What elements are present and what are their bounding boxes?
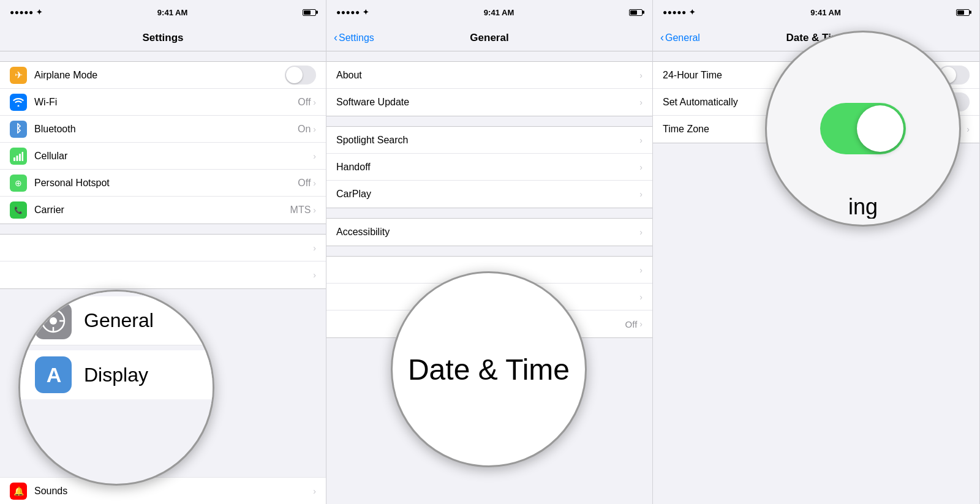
chevron-g4-2: ›	[639, 292, 643, 302]
accessibility-label: Accessibility	[336, 227, 639, 238]
chevron-p1: ›	[313, 243, 316, 253]
airplane-icon: ✈	[10, 67, 27, 84]
row-bluetooth[interactable]: ᛒ Bluetooth On ›	[0, 116, 326, 143]
wifi-icon	[10, 94, 27, 111]
battery-tip-2	[643, 11, 644, 14]
bluetooth-icon: ᛒ	[10, 121, 27, 138]
sep-g2	[326, 116, 652, 121]
svg-rect-0	[13, 157, 15, 161]
bottom-area: 🔔 Sounds ›	[0, 477, 326, 504]
row-cellular[interactable]: Cellular ›	[0, 143, 326, 170]
display-big-label: Display	[84, 364, 148, 386]
time-1: 9:41 AM	[157, 8, 187, 17]
sep-g4	[326, 246, 652, 251]
cellular-chevron: ›	[313, 151, 316, 161]
carrier-value: MTS	[290, 205, 311, 216]
sounds-icon: 🔔	[10, 483, 27, 500]
about-chevron: ›	[639, 70, 643, 80]
zoom-text-partial: ing	[767, 194, 959, 219]
row-carplay[interactable]: CarPlay ›	[326, 181, 652, 208]
display-big-icon: A	[35, 356, 72, 393]
battery-fill-3	[957, 10, 964, 15]
row-airplane-mode[interactable]: ✈ Airplane Mode	[0, 62, 326, 89]
zoom-circle-2: Date & Time	[391, 271, 587, 467]
accessibility-chevron: ›	[639, 227, 643, 237]
zoom-date-time-label: Date & Time	[408, 353, 570, 386]
signal-left-2: ●●●●● ✦	[336, 8, 369, 17]
status-bar-1: ●●●●● ✦ 9:41 AM	[0, 0, 326, 24]
status-bar-2: ●●●●● ✦ 9:41 AM	[326, 0, 652, 24]
cellular-icon	[10, 148, 27, 165]
svg-point-5	[50, 317, 57, 325]
back-label-3: General	[665, 32, 700, 43]
signal-left-3: ●●●●● ✦	[663, 8, 695, 17]
sep-g3	[326, 208, 652, 213]
zoom-circle-1: General A Display	[18, 290, 214, 486]
row-placeholder2[interactable]: ›	[0, 261, 326, 288]
back-label-2: Settings	[339, 32, 374, 43]
spotlight-label: Spotlight Search	[336, 135, 639, 146]
toggle-knob-airplane	[286, 67, 303, 83]
battery-area-2	[629, 9, 643, 16]
zoom-general-row[interactable]: General	[20, 296, 213, 345]
about-label: About	[336, 70, 639, 81]
bluetooth-label: Bluetooth	[34, 124, 298, 135]
panel-settings: ●●●●● ✦ 9:41 AM Settings ✈ Airplane Mode	[0, 0, 326, 504]
hotspot-label: Personal Hotspot	[34, 178, 298, 189]
battery-icon-2	[629, 9, 643, 16]
sep-g1	[326, 51, 652, 56]
row-about[interactable]: About ›	[326, 62, 652, 89]
hotspot-value: Off	[298, 178, 311, 189]
wifi-chevron: ›	[313, 97, 316, 107]
row-sounds[interactable]: 🔔 Sounds ›	[0, 477, 326, 504]
section-network: ✈ Airplane Mode Wi-Fi Off › ᛒ Bluetooth …	[0, 61, 326, 224]
row-hotspot[interactable]: ⊕ Personal Hotspot Off ›	[0, 170, 326, 197]
battery-icon-1	[303, 9, 316, 16]
chevron-g4-1: ›	[639, 265, 643, 275]
separator-1	[0, 51, 326, 56]
bluetooth-chevron: ›	[313, 124, 316, 134]
big-toggle-switch[interactable]	[820, 103, 906, 154]
section-g1: About › Software Update ›	[326, 61, 652, 116]
nav-title-1: Settings	[142, 32, 183, 44]
row-accessibility[interactable]: Accessibility ›	[326, 219, 652, 246]
software-update-label: Software Update	[336, 97, 639, 108]
zoom-date-time-area: Date & Time	[393, 273, 585, 465]
back-button-3[interactable]: ‹ General	[660, 31, 700, 44]
zoom-circle-3: ing	[765, 31, 961, 227]
svg-rect-1	[17, 156, 18, 161]
battery-area-1	[303, 9, 316, 16]
big-toggle-knob	[857, 105, 903, 152]
carrier-chevron: ›	[313, 205, 316, 215]
hotspot-icon: ⊕	[10, 175, 27, 192]
nav-bar-1: Settings	[0, 24, 326, 51]
row-handoff[interactable]: Handoff ›	[326, 154, 652, 181]
status-bar-3: ●●●●● ✦ 9:41 AM	[653, 0, 979, 24]
battery-fill-1	[304, 10, 311, 15]
nav-title-2: General	[470, 32, 508, 44]
airplane-toggle[interactable]	[285, 66, 316, 85]
bluetooth-value: On	[298, 124, 311, 135]
timezone-chevron: ›	[967, 124, 970, 134]
spotlight-chevron: ›	[639, 135, 643, 145]
back-chevron-2: ‹	[334, 31, 337, 44]
row-placeholder1[interactable]: ›	[0, 235, 326, 261]
row-software-update[interactable]: Software Update ›	[326, 89, 652, 116]
battery-tip-1	[316, 11, 318, 14]
signal-dots-1: ●●●●● ✦	[10, 8, 42, 17]
zoom-display-row[interactable]: A Display	[20, 350, 213, 399]
row-wifi[interactable]: Wi-Fi Off ›	[0, 89, 326, 116]
wifi-value: Off	[298, 97, 311, 108]
chevron-p2: ›	[313, 270, 316, 280]
sounds-chevron: ›	[313, 486, 316, 496]
row-carrier[interactable]: 📞 Carrier MTS ›	[0, 197, 326, 224]
section-g3: Accessibility ›	[326, 218, 652, 246]
time-3: 9:41 AM	[810, 8, 840, 17]
wifi-label: Wi-Fi	[34, 97, 298, 108]
row-spotlight[interactable]: Spotlight Search ›	[326, 127, 652, 154]
carplay-label: CarPlay	[336, 189, 639, 200]
separator-2	[0, 224, 326, 229]
back-button-2[interactable]: ‹ Settings	[334, 31, 374, 44]
zoom-gap-bot	[20, 399, 213, 404]
svg-rect-3	[22, 152, 24, 161]
